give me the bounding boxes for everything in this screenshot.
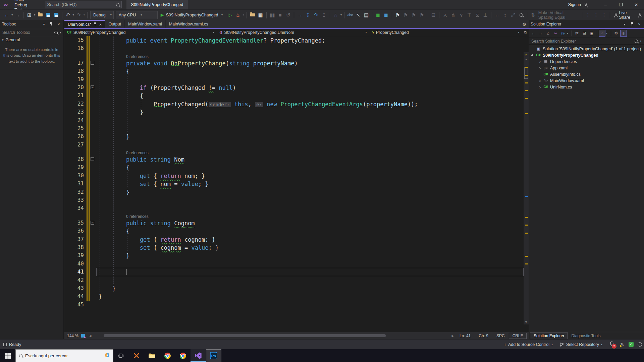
spacing-preset-icon-1[interactable]: ⋮ xyxy=(584,11,592,19)
tree-item-s09inotifypropertychanged[interactable]: ▶C#S09INotifyPropertyChanged xyxy=(529,52,644,58)
send-feedback-button[interactable]: ✎ xyxy=(618,340,627,349)
vertical-scrollbar[interactable]: ⚠ ▲ ▼ xyxy=(524,52,529,324)
hot-reload-dropdown[interactable]: ▾ xyxy=(242,11,245,19)
photoshop-icon[interactable]: Ps xyxy=(206,349,221,362)
window-layout-icon[interactable]: ▣ xyxy=(257,11,265,19)
codelens-references[interactable]: 0 references xyxy=(97,214,149,219)
collapse-region-icon[interactable]: − xyxy=(91,85,94,89)
scrollbar-thumb[interactable] xyxy=(104,334,386,337)
breakpoint-margin[interactable] xyxy=(64,36,68,44)
filter-dropdown[interactable]: ▾ xyxy=(567,32,570,35)
bottom-tab-solution-explorer[interactable]: Solution Explorer xyxy=(530,333,568,339)
breakpoint-settings-icon[interactable]: ⊟ xyxy=(429,11,437,19)
pin-icon[interactable] xyxy=(629,22,635,26)
maximize-button[interactable]: ❐ xyxy=(613,0,629,9)
breakpoint-margin[interactable] xyxy=(64,124,68,132)
sync-with-active-document-icon[interactable]: ⇄ xyxy=(574,30,580,37)
breakpoint-margin[interactable] xyxy=(64,284,68,292)
breakpoint-margin[interactable] xyxy=(64,204,68,212)
toolbox-group-general[interactable]: ▾ General xyxy=(0,36,63,44)
save-all-icon[interactable] xyxy=(52,11,60,19)
breakpoint-margin[interactable] xyxy=(64,180,68,188)
align-rights-icon[interactable]: ⋎ xyxy=(457,11,465,19)
expander-icon[interactable]: ▷ xyxy=(537,66,543,70)
breakpoint-margin[interactable] xyxy=(64,149,68,155)
expander-icon[interactable]: ▷ xyxy=(537,60,543,63)
breakpoint-margin[interactable] xyxy=(64,172,68,180)
breakpoint-margin[interactable] xyxy=(64,196,68,204)
collapse-region-icon[interactable]: − xyxy=(91,157,94,161)
expander-icon[interactable]: ▷ xyxy=(537,85,543,89)
open-file-icon[interactable] xyxy=(36,11,44,19)
expander-icon[interactable]: ▶ xyxy=(530,52,536,58)
breakpoint-margin[interactable] xyxy=(64,260,68,268)
properties-wrench-icon[interactable]: ⚙ xyxy=(613,30,620,37)
same-width-icon[interactable]: ↔ xyxy=(493,11,501,19)
navigate-forward-icon[interactable]: → xyxy=(13,11,21,19)
align-centers-icon[interactable]: ⋔ xyxy=(449,11,457,19)
pin-icon[interactable] xyxy=(94,22,97,27)
column-indicator[interactable]: Ch: 9 xyxy=(475,334,492,338)
breakpoint-margin[interactable] xyxy=(64,155,68,163)
redo-icon[interactable]: ↷ xyxy=(75,11,83,19)
minimize-button[interactable]: – xyxy=(598,0,613,9)
restart-icon[interactable]: ↺ xyxy=(284,11,292,19)
tree-item-unirnom-cs[interactable]: ▷C#UnirNom.cs xyxy=(529,84,644,90)
breakpoint-margin[interactable] xyxy=(64,132,68,140)
new-item-dropdown[interactable]: ▾ xyxy=(33,11,36,19)
breakpoint-margin[interactable] xyxy=(64,268,68,276)
breakpoint-margin[interactable] xyxy=(64,108,68,116)
preview-selected-icon[interactable]: ◫ xyxy=(620,30,627,37)
navigate-back-dropdown[interactable]: ▾ xyxy=(11,11,13,19)
scrollbar-track[interactable] xyxy=(93,334,450,337)
tab-mainwindow-xaml[interactable]: MainWindow.xaml xyxy=(125,20,166,28)
task-view-button[interactable] xyxy=(113,349,129,362)
new-project-icon[interactable]: ⊞ xyxy=(25,11,33,19)
breakpoint-margin[interactable] xyxy=(64,44,68,52)
forward-icon[interactable]: → xyxy=(537,30,544,37)
size-to-fit-icon[interactable]: ⤢ xyxy=(509,11,517,19)
breakpoint-margin[interactable] xyxy=(64,163,68,171)
breadcrumb-item-0[interactable]: C#S09INotifyPropertyChanged▾ xyxy=(64,29,217,36)
tree-item-assemblyinfo-cs[interactable]: C#AssemblyInfo.cs xyxy=(529,71,644,77)
split-editor-icon[interactable]: ⧉ xyxy=(524,30,527,35)
tree-item-app-xaml[interactable]: ▷▯‹›App.xaml xyxy=(529,65,644,71)
line-indicator[interactable]: Ln: 41 xyxy=(455,334,475,338)
breakpoint-margin[interactable] xyxy=(64,53,68,59)
sync-selection-icon[interactable]: ∴ xyxy=(599,30,605,37)
start-without-debugging-icon[interactable]: ▷ xyxy=(226,11,234,19)
visual-studio-icon[interactable] xyxy=(191,349,206,362)
breakpoint-margin[interactable] xyxy=(64,116,68,124)
format-document-icon[interactable]: ≣ xyxy=(382,11,390,19)
hot-reload-icon[interactable]: ♨ xyxy=(234,11,242,19)
sync-status-button[interactable] xyxy=(635,340,644,349)
platform-select[interactable]: Any CPU▾ xyxy=(116,11,158,19)
breakpoint-margin[interactable] xyxy=(64,292,68,300)
step-into-icon[interactable]: ↧ xyxy=(304,11,312,19)
align-middles-icon[interactable]: ⧖ xyxy=(473,11,481,19)
tab-unirnom-cs-[interactable]: UnirNom.cs*✕ xyxy=(64,20,105,28)
switch-views-icon[interactable]: ∞ xyxy=(552,30,559,37)
step-out-icon[interactable]: ↥ xyxy=(320,11,328,19)
tab-mainwindow-xaml-cs[interactable]: MainWindow.xaml.cs xyxy=(166,20,212,28)
configuration-select[interactable]: Debug▾ xyxy=(90,11,114,19)
same-height-icon[interactable]: ↕ xyxy=(501,11,509,19)
scroll-up-icon[interactable]: ▲ xyxy=(525,58,528,62)
spacing-preset-icon-2[interactable]: ⋮ xyxy=(592,11,600,19)
breakpoint-margin[interactable] xyxy=(64,213,68,219)
add-to-source-control-button[interactable]: ↑ Add to Source Control ▴ xyxy=(501,340,556,349)
x-app-icon[interactable] xyxy=(129,349,144,362)
paste-icon[interactable]: ▤ xyxy=(362,11,370,19)
breakpoint-margin[interactable] xyxy=(64,235,68,243)
expander-icon[interactable]: ▷ xyxy=(537,79,543,82)
file-explorer-icon[interactable] xyxy=(144,349,160,362)
collapse-all-icon[interactable]: ⊟ xyxy=(581,30,588,37)
toggle-bookmark-icon[interactable]: ⚑ xyxy=(394,11,402,19)
home-icon[interactable]: ⌂ xyxy=(545,30,551,37)
share-session-icon[interactable] xyxy=(636,11,644,19)
environment-health-button[interactable]: ✔ xyxy=(627,340,635,349)
breakpoint-margin[interactable] xyxy=(64,75,68,83)
save-icon[interactable] xyxy=(44,11,52,19)
taskbar-search-input[interactable]: Escriu aquí per cercar xyxy=(15,349,113,362)
select-repository-button[interactable]: Select Repository ▴ xyxy=(556,340,606,349)
